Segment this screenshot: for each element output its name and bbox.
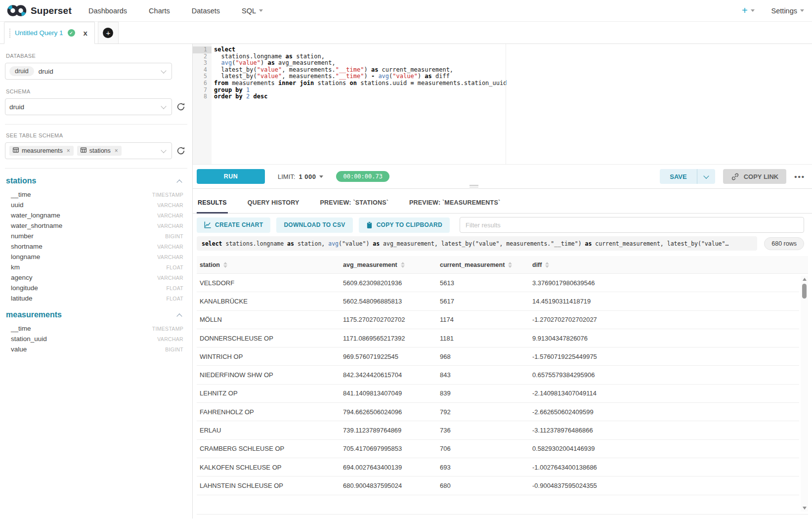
sql-token: , measurements. [282,73,335,80]
schema-table-name[interactable]: measurements [6,310,62,319]
cell-value: 5602.548096885813 [340,298,437,305]
column-type: FLOAT [166,264,183,270]
sort-icon[interactable] [508,262,512,268]
sql-token: stations.longname [222,240,288,247]
schema-select[interactable]: druid [5,98,172,115]
collapse-caret-icon[interactable] [176,313,182,319]
new-item-button[interactable]: + [742,5,755,16]
column-row: longitudeFLOAT [6,283,183,293]
sort-icon[interactable] [223,262,227,268]
database-select[interactable]: druid druid [5,63,172,80]
line-number: 1 [193,46,212,53]
nav-item-sql[interactable]: SQL [242,7,263,15]
sort-icon[interactable] [401,262,405,268]
sql-token: avg [221,59,232,66]
close-icon[interactable]: x [84,29,87,37]
nav-right: + Settings [742,5,804,16]
table-row: MÖLLN1175.27027027027021174-1.2702702702… [197,311,799,329]
cell-value: 841.1409813407049 [340,389,437,397]
nav-item-dashboards[interactable]: Dashboards [88,7,127,15]
collapse-caret-icon[interactable] [176,179,182,185]
column-name: longitude [11,284,38,292]
code-line: from measurements inner join stations on… [214,80,812,87]
schema-table-name[interactable]: stations [6,176,36,185]
column-name: shortname [11,243,43,250]
close-icon[interactable]: × [115,147,118,154]
tab-results[interactable]: RESULTS [197,199,228,213]
column-header-station[interactable]: station [197,261,340,268]
sql-editor[interactable]: 12345678 select stations.longname as sta… [193,44,812,164]
table-row: ERLAU739.1123789764869736-3.112378976486… [197,421,799,439]
sql-token: latest_by( [214,66,257,73]
pane-drag-handle-icon[interactable] [470,185,478,187]
tab-query-history[interactable]: QUERY HISTORY [247,199,300,213]
copy-clipboard-button[interactable]: COPY TO CLIPBOARD [359,217,450,233]
more-icon[interactable]: ••• [794,173,805,181]
chevron-down-icon [259,9,263,12]
copy-link-button[interactable]: COPY LINK [723,169,787,184]
sql-token: avg [378,73,389,80]
results-scrollbar[interactable] [801,276,808,512]
query-tab[interactable]: Untitled Query 1 ✓ x [4,22,95,44]
column-header-avg_measurement[interactable]: avg_measurement [340,261,437,268]
column-name: value [11,346,27,353]
tab-preview-stations-[interactable]: PREVIEW: `STATIONS` [319,199,390,213]
cell-value: 969.576071922545 [340,353,437,360]
cell-value: 680 [437,482,529,489]
cell-value: 694.0027643400139 [340,464,437,471]
table-row: VELSDORF5609.62309820193656133.376901798… [197,274,799,292]
scroll-down-icon[interactable] [803,507,807,510]
sort-icon[interactable] [545,262,549,268]
schema-table-header[interactable]: measurements [6,310,183,319]
column-header-label: diff [532,261,542,268]
scroll-up-icon[interactable] [803,278,807,281]
column-row: __timeTIMESTAMP [6,189,183,200]
table-row: WINTRICH OP969.576071922545968-1.5760719… [197,347,799,366]
table-schema-select[interactable]: measurements×stations× [5,142,172,159]
refresh-icon[interactable] [176,146,186,158]
nav-item-charts[interactable]: Charts [149,7,170,15]
sql-token: latest_by( [214,73,257,80]
schema-table-header[interactable]: stations [6,176,183,185]
chevron-down-icon [319,175,323,178]
tab-preview-measurements-[interactable]: PREVIEW: `MEASUREMENTS` [408,199,501,213]
column-type: BIGINT [165,233,183,239]
line-number: 5 [193,73,212,80]
sql-token: ) [260,59,267,66]
brand[interactable]: Superset [7,4,72,17]
sql-token: "__time" [336,66,364,73]
code-line: latest_by("value", measurements."__time"… [214,73,812,80]
query-preview[interactable]: select stations.longname as station, avg… [197,236,757,251]
refresh-icon[interactable] [176,102,186,114]
column-header-diff[interactable]: diff [529,261,799,268]
sqllab-sidebar: DATABASE druid druid SCHEMA druid SEE TA… [0,44,193,519]
editor-code[interactable]: select stations.longname as station, avg… [212,44,812,164]
nav-item-datasets[interactable]: Datasets [192,7,220,15]
table-row: FAHRENHOLZ OP794.6626506024096792-2.6626… [197,403,799,421]
cell-value: 0.5829302004146939 [529,445,799,452]
sql-token [214,59,221,66]
sql-token: as [286,53,293,60]
create-chart-button[interactable]: CREATE CHART [197,217,270,233]
scrollbar-thumb[interactable] [802,284,807,299]
limit-dropdown[interactable]: LIMIT: 1 000 [278,173,323,180]
table-chip-measurements[interactable]: measurements× [9,146,74,156]
column-header-current_measurement[interactable]: current_measurement [437,261,529,268]
save-button[interactable]: SAVE [660,169,696,184]
table-chip-stations[interactable]: stations× [77,146,122,156]
filter-results-input[interactable] [460,217,804,233]
close-icon[interactable]: × [67,147,70,154]
column-row: agencyVARCHAR [6,272,183,283]
column-type: VARCHAR [157,254,183,260]
run-button[interactable]: RUN [197,169,265,184]
save-split-button[interactable]: SAVE [660,169,715,184]
add-query-tab[interactable]: + [98,22,119,43]
drag-handle-icon[interactable] [9,29,10,38]
settings-menu[interactable]: Settings [771,7,804,15]
download-csv-button[interactable]: DOWNLOAD TO CSV [276,217,352,233]
superset-logo-icon [7,4,27,17]
column-type: VARCHAR [157,244,183,250]
column-name: latitude [11,295,33,302]
chart-icon [204,221,211,228]
save-menu-button[interactable] [697,169,715,184]
